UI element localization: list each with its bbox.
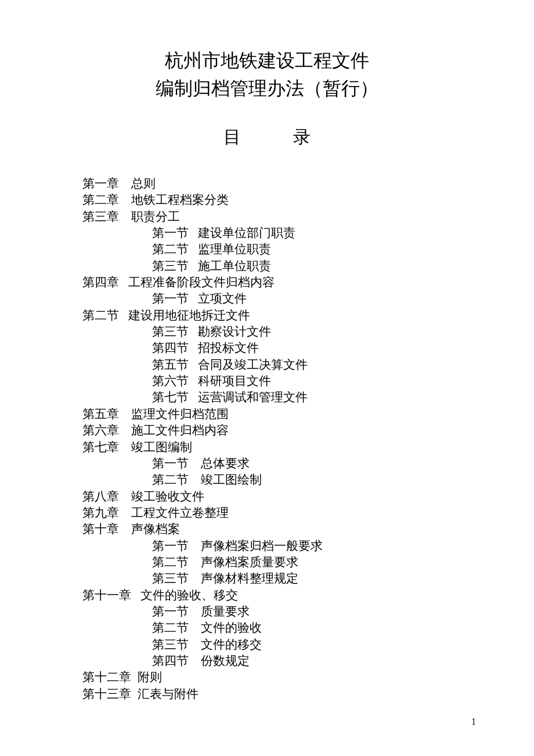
toc-row: 第七节 运营调试和管理文件: [82, 389, 534, 405]
toc-row: 第一节 质量要求: [82, 603, 534, 620]
toc-row: 第二节 建设用地征地拆迁文件: [82, 307, 534, 323]
toc-row: 第六节 科研项目文件: [82, 373, 534, 389]
toc-row: 第四节 招投标文件: [82, 340, 534, 356]
toc-entry-text: 运营调试和管理文件: [198, 390, 308, 404]
chapter-label: 第七章: [82, 439, 119, 455]
toc-row: 第十一章 文件的验收、移交: [82, 587, 534, 603]
toc-entry-text: 施工单位职责: [198, 259, 271, 273]
toc-entry-text: 职责分工: [131, 210, 180, 224]
toc-heading-left: 目: [223, 127, 241, 146]
document-page: 杭州市地铁建设工程文件 编制归档管理办法（暂行） 目录 第一章 总则第二章 地铁…: [0, 0, 534, 702]
toc-row: 第一章 总则: [82, 175, 534, 192]
toc-row: 第五章 监理文件归档范围: [82, 406, 534, 422]
toc-entry-text: 立项文件: [198, 291, 247, 305]
toc-row: 第一节 总体要求: [82, 455, 534, 471]
toc-row: 第二节 竣工图绘制: [82, 471, 534, 488]
section-label: 第一节: [152, 290, 189, 307]
toc-row: 第二节 文件的验收: [82, 620, 534, 636]
toc-entry-text: 监理单位职责: [198, 242, 271, 256]
chapter-label: 第十章: [82, 521, 119, 537]
section-label: 第二节: [152, 241, 189, 257]
toc-entry-text: 总则: [131, 177, 156, 190]
toc-entry-text: 声像档案: [131, 522, 180, 536]
section-label: 第三节: [152, 323, 189, 340]
toc-row: 第七章 竣工图编制: [82, 439, 534, 455]
chapter-label: 第九章: [82, 505, 119, 521]
toc-row: 第二节 声像档案质量要求: [82, 554, 534, 570]
chapter-label: 第六章: [82, 422, 119, 438]
toc-row: 第一节 建设单位部门职责: [82, 225, 534, 241]
section-label: 第三节: [152, 636, 189, 653]
section-label: 第一节: [152, 603, 189, 620]
chapter-label: 第二章: [82, 192, 119, 208]
toc-entry-text: 文件的验收、移交: [140, 588, 238, 602]
toc-entry-text: 汇表与附件: [138, 687, 199, 701]
toc-row: 第二节 监理单位职责: [82, 241, 534, 257]
toc-row: 第三节 文件的移交: [82, 636, 534, 653]
toc-row: 第十章 声像档案: [82, 521, 534, 537]
chapter-label: 第一章: [82, 175, 119, 192]
section-label: 第三节: [152, 258, 189, 274]
toc-row: 第四节 份数规定: [82, 653, 534, 669]
title-line-2: 编制归档管理办法（暂行）: [0, 74, 534, 102]
title-line-1: 杭州市地铁建设工程文件: [0, 46, 534, 74]
toc-row: 第三节 声像材料整理规定: [82, 570, 534, 586]
toc-heading-right: 录: [293, 127, 311, 146]
toc-entry-text: 附则: [138, 670, 162, 684]
toc-entry-text: 合同及竣工决算文件: [198, 358, 308, 372]
section-label: 第三节: [152, 570, 189, 586]
toc-row: 第九章 工程文件立卷整理: [82, 505, 534, 521]
section-label: 第一节: [152, 538, 189, 554]
toc-heading: 目录: [0, 125, 534, 149]
toc-entry-text: 勘察设计文件: [198, 325, 271, 339]
chapter-label: 第四章: [82, 274, 119, 290]
toc-row: 第八章 竣工验收文件: [82, 488, 534, 505]
toc-entry-text: 竣工图编制: [131, 440, 192, 454]
toc-row: 第六章 施工文件归档内容: [82, 422, 534, 438]
chapter-label: 第十一章: [82, 587, 131, 603]
toc-row: 第一节 声像档案归档一般要求: [82, 538, 534, 554]
section-label: 第五节: [152, 357, 189, 373]
section-label: 第一节: [152, 225, 189, 241]
toc-row: 第三节 施工单位职责: [82, 258, 534, 274]
chapter-label: 第十三章: [82, 686, 131, 702]
toc-entry-text: 竣工图绘制: [201, 473, 262, 487]
toc-entry-text: 文件的移交: [201, 638, 262, 651]
section-label: 第七节: [152, 389, 189, 405]
section-label: 第六节: [152, 373, 189, 389]
document-title: 杭州市地铁建设工程文件 编制归档管理办法（暂行）: [0, 46, 534, 102]
toc-entry-text: 声像档案质量要求: [201, 555, 298, 569]
chapter-label: 第十二章: [82, 669, 131, 685]
toc-entry-text: 建设用地征地拆迁文件: [128, 308, 250, 322]
toc-row: 第三章 职责分工: [82, 208, 534, 225]
section-label: 第四节: [152, 653, 189, 669]
toc-entry-text: 质量要求: [201, 604, 250, 618]
toc-content: 第一章 总则第二章 地铁工程档案分类第三章 职责分工第一节 建设单位部门职责第二…: [82, 175, 534, 702]
toc-entry-text: 施工文件归档内容: [131, 423, 229, 437]
toc-entry-text: 招投标文件: [198, 341, 259, 355]
toc-entry-text: 科研项目文件: [198, 374, 271, 388]
toc-entry-text: 监理文件归档范围: [131, 407, 229, 421]
chapter-label: 第五章: [82, 406, 119, 422]
toc-entry-text: 建设单位部门职责: [198, 226, 295, 240]
toc-entry-text: 竣工验收文件: [131, 489, 204, 503]
toc-row: 第十三章 汇表与附件: [82, 686, 534, 702]
toc-entry-text: 份数规定: [201, 654, 250, 668]
toc-entry-text: 声像档案归档一般要求: [201, 539, 323, 553]
toc-row: 第十二章 附则: [82, 669, 534, 685]
section-label: 第二节: [152, 620, 189, 636]
chapter-label: 第八章: [82, 488, 119, 505]
toc-row: 第三节 勘察设计文件: [82, 323, 534, 340]
toc-entry-text: 工程文件立卷整理: [131, 506, 229, 520]
toc-row: 第四章 工程准备阶段文件归档内容: [82, 274, 534, 290]
toc-row: 第一节 立项文件: [82, 290, 534, 307]
toc-row: 第二章 地铁工程档案分类: [82, 192, 534, 208]
toc-entry-text: 文件的验收: [201, 621, 262, 635]
section-label: 第四节: [152, 340, 189, 356]
toc-entry-text: 地铁工程档案分类: [131, 193, 229, 207]
page-number: 1: [471, 717, 476, 727]
toc-row: 第五节 合同及竣工决算文件: [82, 357, 534, 373]
toc-entry-text: 工程准备阶段文件归档内容: [128, 275, 275, 289]
chapter-label: 第三章: [82, 208, 119, 225]
toc-entry-text: 总体要求: [201, 456, 250, 470]
